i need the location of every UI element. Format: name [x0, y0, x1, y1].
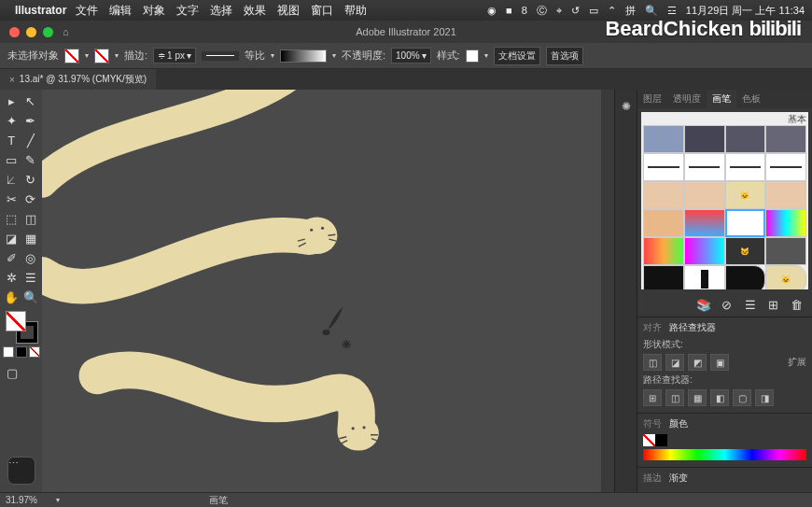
- brush-libraries-icon[interactable]: 📚: [693, 295, 713, 315]
- minus-back-button[interactable]: ◨: [755, 389, 774, 406]
- panel-icon[interactable]: ✺: [618, 98, 635, 115]
- cc-icon[interactable]: Ⓒ: [537, 4, 547, 18]
- screen-mode-button[interactable]: ▢: [2, 363, 21, 383]
- free-transform-tool[interactable]: ⬚: [2, 209, 21, 229]
- zoom-window-button[interactable]: [43, 27, 53, 37]
- tab-color[interactable]: 颜色: [669, 417, 688, 430]
- crop-button[interactable]: ◧: [710, 389, 729, 406]
- battery-icon[interactable]: ▭: [589, 5, 598, 17]
- chevron-down-icon[interactable]: ▾: [115, 51, 119, 60]
- tab-transparency[interactable]: 透明度: [667, 90, 707, 108]
- shape-builder-tool[interactable]: ◫: [21, 209, 41, 229]
- app-name[interactable]: Illustrator: [15, 4, 66, 17]
- merge-button[interactable]: ▦: [688, 389, 707, 406]
- tab-layers[interactable]: 图层: [637, 90, 667, 108]
- tab-align[interactable]: 对齐: [643, 321, 662, 334]
- shaper-tool[interactable]: ⟀: [2, 170, 21, 190]
- symbol-sprayer-tool[interactable]: ✲: [2, 268, 21, 288]
- selection-tool[interactable]: ▸: [2, 92, 21, 111]
- search-icon[interactable]: 🔍: [645, 5, 658, 17]
- scissors-tool[interactable]: ✂: [2, 190, 21, 209]
- stroke-swatch[interactable]: [94, 49, 109, 63]
- chevron-down-icon[interactable]: ▾: [85, 51, 89, 60]
- close-window-button[interactable]: [9, 27, 20, 37]
- menu-view[interactable]: 视图: [277, 3, 300, 19]
- record-icon[interactable]: ◉: [487, 5, 497, 17]
- outline-button[interactable]: ▢: [733, 389, 751, 406]
- clock[interactable]: 11月29日 周一 上午 11:34: [686, 4, 805, 18]
- canvas-area[interactable]: [42, 90, 614, 492]
- artwork-canvas[interactable]: [42, 90, 614, 477]
- fill-swatch[interactable]: [64, 49, 79, 63]
- mesh-tool[interactable]: ▦: [21, 229, 41, 248]
- document-setup-button[interactable]: 文档设置: [494, 47, 540, 65]
- none-swatch-icon[interactable]: [643, 434, 655, 446]
- solid-color-icon[interactable]: [3, 346, 14, 358]
- rectangle-tool[interactable]: ▭: [2, 150, 21, 170]
- tab-symbols[interactable]: 符号: [643, 417, 662, 430]
- control-center-icon[interactable]: ☲: [667, 5, 677, 17]
- brush-options-icon[interactable]: ☰: [740, 295, 760, 315]
- tab-stroke[interactable]: 描边: [643, 472, 662, 485]
- zoom-tool[interactable]: 🔍: [21, 288, 41, 307]
- ime-indicator[interactable]: 拼: [625, 4, 636, 18]
- magic-wand-tool[interactable]: ✦: [2, 111, 21, 131]
- delete-brush-icon[interactable]: 🗑: [787, 295, 806, 315]
- menu-edit[interactable]: 编辑: [109, 3, 132, 19]
- tab-brushes[interactable]: 画笔: [707, 90, 736, 108]
- fill-color-icon[interactable]: [6, 311, 26, 331]
- type-tool[interactable]: T: [2, 131, 21, 150]
- tab-swatches[interactable]: 色板: [736, 90, 766, 108]
- stroke-profile[interactable]: [202, 51, 239, 61]
- wifi-icon[interactable]: ⌃: [608, 5, 616, 17]
- uniform-label[interactable]: 等比: [245, 49, 265, 63]
- expand-button[interactable]: 扩展: [788, 356, 806, 369]
- stroke-weight-input[interactable]: ≑1 px▾: [153, 48, 196, 63]
- menu-help[interactable]: 帮助: [344, 3, 367, 19]
- zoom-level[interactable]: 31.97%: [6, 495, 37, 505]
- blend-tool[interactable]: ◎: [21, 248, 41, 268]
- remove-brushstroke-icon[interactable]: ⊘: [717, 295, 736, 315]
- paintbrush-tool[interactable]: ✎: [21, 150, 41, 170]
- camera-icon[interactable]: ■: [506, 5, 512, 16]
- intersect-button[interactable]: ◩: [688, 354, 707, 371]
- close-tab-icon[interactable]: ×: [9, 75, 15, 85]
- color-spectrum[interactable]: [643, 449, 806, 460]
- tab-pathfinder[interactable]: 路径查找器: [669, 321, 716, 334]
- menu-select[interactable]: 选择: [210, 3, 232, 19]
- fill-stroke-indicator[interactable]: [6, 311, 37, 343]
- preferences-button[interactable]: 首选项: [546, 47, 583, 65]
- minimize-window-button[interactable]: [26, 27, 36, 37]
- unite-button[interactable]: ◫: [643, 354, 662, 371]
- pen-tool[interactable]: ✒: [21, 111, 41, 131]
- width-tool[interactable]: ⟳: [21, 190, 41, 209]
- menu-type[interactable]: 文字: [176, 3, 199, 19]
- edit-toolbar-button[interactable]: ⋯: [7, 457, 35, 485]
- sync-icon[interactable]: ↺: [571, 5, 580, 17]
- direct-selection-tool[interactable]: ↖: [21, 92, 41, 111]
- trim-button[interactable]: ◫: [665, 389, 684, 406]
- bluetooth-icon[interactable]: ⌖: [556, 5, 562, 17]
- minus-front-button[interactable]: ◪: [665, 354, 684, 371]
- menu-object[interactable]: 对象: [143, 3, 165, 19]
- vertical-scrollbar[interactable]: [601, 90, 614, 492]
- home-icon[interactable]: ⌂: [63, 26, 69, 37]
- menu-effect[interactable]: 效果: [244, 3, 266, 19]
- line-tool[interactable]: ╱: [21, 131, 41, 150]
- brush-definition[interactable]: [280, 49, 327, 63]
- document-tab[interactable]: × 13.ai* @ 31.97% (CMYK/预览): [0, 69, 156, 90]
- column-graph-tool[interactable]: ☰: [21, 268, 41, 288]
- opacity-input[interactable]: 100%▾: [391, 48, 431, 63]
- menu-window[interactable]: 窗口: [311, 3, 333, 19]
- hand-tool[interactable]: ✋: [2, 288, 21, 307]
- none-color-icon[interactable]: [29, 346, 40, 358]
- rotate-tool[interactable]: ↻: [21, 170, 41, 190]
- perspective-tool[interactable]: ◪: [2, 229, 21, 248]
- exclude-button[interactable]: ▣: [710, 354, 729, 371]
- tab-gradient[interactable]: 渐变: [669, 472, 688, 485]
- gradient-icon[interactable]: [16, 346, 27, 358]
- divide-button[interactable]: ⊞: [643, 389, 662, 406]
- style-swatch[interactable]: [466, 49, 479, 63]
- black-swatch-icon[interactable]: [655, 434, 667, 446]
- eyedropper-tool[interactable]: ✐: [2, 248, 21, 268]
